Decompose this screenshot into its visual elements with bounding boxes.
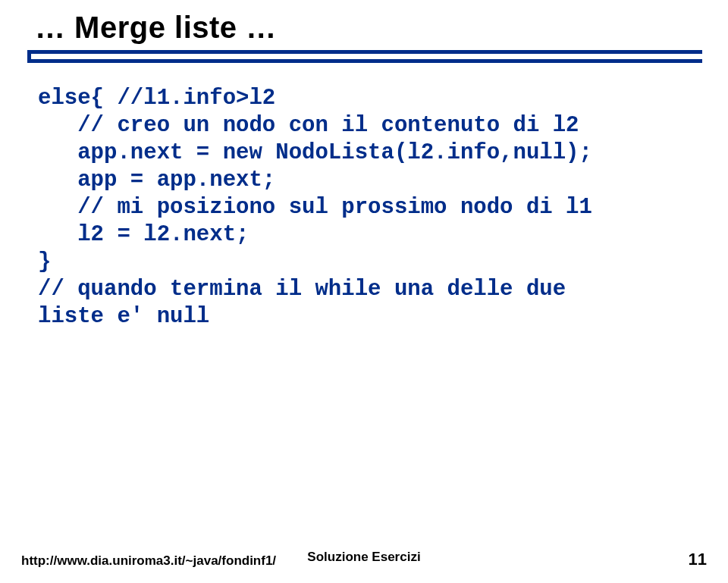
code-block: else{ //l1.info>l2 // creo un nodo con i…	[38, 85, 698, 331]
footer-center: Soluzione Esercizi	[307, 550, 420, 565]
slide-title: … Merge liste …	[35, 11, 698, 45]
footer: http://www.dia.uniroma3.it/~java/fondinf…	[21, 550, 707, 569]
title-wrap: … Merge liste …	[35, 11, 698, 45]
footer-url: http://www.dia.uniroma3.it/~java/fondinf…	[21, 553, 276, 569]
content-area: else{ //l1.info>l2 // creo un nodo con i…	[38, 85, 698, 331]
title-rule-bottom	[27, 59, 702, 63]
slide: … Merge liste … else{ //l1.info>l2 // cr…	[0, 0, 728, 583]
title-rule-top	[27, 50, 702, 59]
footer-page: 11	[689, 550, 707, 569]
